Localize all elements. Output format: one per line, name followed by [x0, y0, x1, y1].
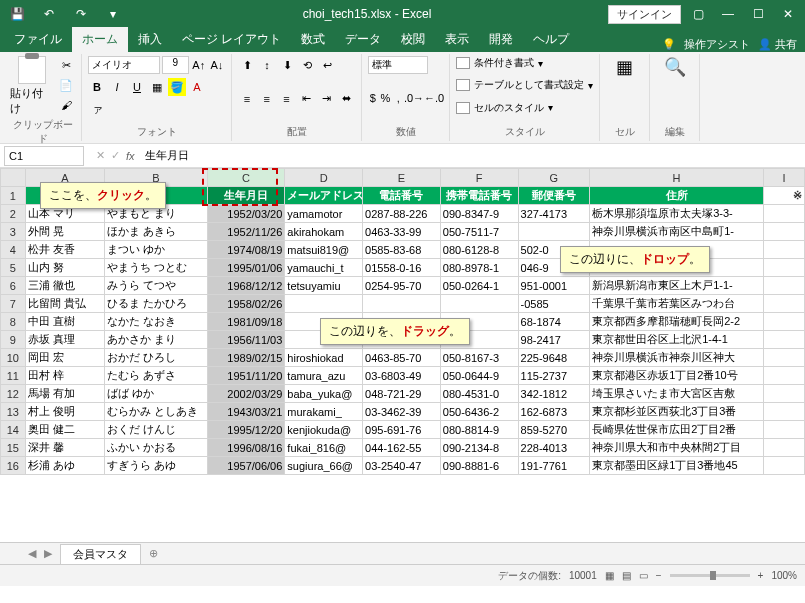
cell[interactable]: kenjiokuda@ — [285, 421, 363, 439]
cell[interactable]: おかだ ひろし — [105, 349, 207, 367]
qat-more-icon[interactable]: ▾ — [100, 4, 126, 24]
cell[interactable]: 1956/11/03 — [207, 331, 285, 349]
cell[interactable] — [285, 295, 363, 313]
cell[interactable] — [764, 241, 805, 259]
cell[interactable]: yamauchi_t — [285, 259, 363, 277]
cell[interactable] — [764, 277, 805, 295]
cell[interactable] — [518, 223, 590, 241]
format-table-button[interactable]: テーブルとして書式設定 ▾ — [456, 78, 593, 92]
cell[interactable]: 080-6128-8 — [440, 241, 518, 259]
cell[interactable]: 225-9648 — [518, 349, 590, 367]
italic-button[interactable]: I — [108, 78, 126, 96]
cell[interactable] — [764, 421, 805, 439]
sheet-nav-next-icon[interactable]: ▶ — [44, 547, 52, 560]
cell[interactable]: みうら てつや — [105, 277, 207, 295]
cell[interactable]: -0585 — [518, 295, 590, 313]
editing-icon[interactable]: 🔍 — [656, 56, 693, 78]
name-box[interactable] — [4, 146, 84, 166]
cell[interactable]: 1943/03/21 — [207, 403, 285, 421]
cell[interactable]: 859-5270 — [518, 421, 590, 439]
paste-button[interactable]: 貼り付け — [10, 56, 53, 116]
share-button[interactable]: 👤 共有 — [758, 37, 797, 52]
row-header[interactable]: 11 — [1, 367, 26, 385]
cell[interactable]: 050-0644-9 — [440, 367, 518, 385]
cell[interactable]: 東京都杉並区西荻北3丁目3番 — [590, 403, 764, 421]
cell[interactable]: 327-4173 — [518, 205, 590, 223]
cell[interactable]: 神奈川県大和市中央林間2丁目 — [590, 439, 764, 457]
cell[interactable]: 115-2737 — [518, 367, 590, 385]
align-top-icon[interactable]: ⬆ — [238, 56, 256, 74]
cell-styles-button[interactable]: セルのスタイル ▾ — [456, 101, 593, 115]
cell[interactable]: 228-4013 — [518, 439, 590, 457]
format-painter-icon[interactable]: 🖌 — [57, 96, 75, 114]
cell[interactable]: 68-1874 — [518, 313, 590, 331]
cell[interactable]: 090-8347-9 — [440, 205, 518, 223]
align-left-icon[interactable]: ≡ — [238, 90, 256, 108]
fx-icon[interactable]: fx — [126, 150, 135, 162]
hdr-cell[interactable]: 電話番号 — [363, 187, 441, 205]
cell[interactable]: murakami_ — [285, 403, 363, 421]
row-header[interactable]: 3 — [1, 223, 26, 241]
select-all-corner[interactable] — [1, 169, 26, 187]
cell[interactable]: 03-3462-39 — [363, 403, 441, 421]
bold-button[interactable]: B — [88, 78, 106, 96]
cell[interactable]: 田村 梓 — [25, 367, 105, 385]
view-layout-icon[interactable]: ▤ — [622, 570, 631, 581]
cells-icon[interactable]: ▦ — [606, 56, 643, 78]
cell[interactable]: akirahokam — [285, 223, 363, 241]
cell[interactable]: 中田 直樹 — [25, 313, 105, 331]
tab-developer[interactable]: 開発 — [479, 27, 523, 52]
cell[interactable]: 深井 馨 — [25, 439, 105, 457]
tab-view[interactable]: 表示 — [435, 27, 479, 52]
cell[interactable]: 2002/03/29 — [207, 385, 285, 403]
font-color-button[interactable]: A — [188, 78, 206, 96]
conditional-format-button[interactable]: 条件付き書式 ▾ — [456, 56, 593, 70]
cell[interactable]: 1974/08/19 — [207, 241, 285, 259]
cell[interactable]: 050-7511-7 — [440, 223, 518, 241]
row-header[interactable]: 10 — [1, 349, 26, 367]
hdr-cell[interactable]: 住所 — [590, 187, 764, 205]
cell[interactable]: 050-6436-2 — [440, 403, 518, 421]
cell[interactable]: 03-6803-49 — [363, 367, 441, 385]
cell[interactable]: 0463-85-70 — [363, 349, 441, 367]
align-bottom-icon[interactable]: ⬇ — [278, 56, 296, 74]
signin-button[interactable]: サインイン — [608, 5, 681, 24]
cell[interactable] — [764, 313, 805, 331]
cell[interactable]: ほかま あきら — [105, 223, 207, 241]
cell[interactable]: 村上 俊明 — [25, 403, 105, 421]
cell[interactable]: 1968/12/12 — [207, 277, 285, 295]
cell[interactable]: 1957/06/06 — [207, 457, 285, 475]
cell[interactable]: すぎうら あゆ — [105, 457, 207, 475]
col-header-g[interactable]: G — [518, 169, 590, 187]
orientation-icon[interactable]: ⟲ — [298, 56, 316, 74]
cell[interactable]: 044-162-55 — [363, 439, 441, 457]
cell[interactable]: 050-8167-3 — [440, 349, 518, 367]
cell[interactable] — [764, 349, 805, 367]
zoom-level[interactable]: 100% — [771, 570, 797, 581]
cell[interactable]: 1995/12/20 — [207, 421, 285, 439]
cell[interactable] — [764, 223, 805, 241]
grow-font-icon[interactable]: A↑ — [191, 56, 207, 74]
cell[interactable]: 1995/01/06 — [207, 259, 285, 277]
indent-inc-icon[interactable]: ⇥ — [317, 90, 335, 108]
hdr-cell[interactable]: ※ — [764, 187, 805, 205]
cell[interactable] — [764, 331, 805, 349]
cell[interactable]: 外間 晃 — [25, 223, 105, 241]
zoom-slider[interactable] — [670, 574, 750, 577]
cell[interactable]: 赤坂 真理 — [25, 331, 105, 349]
cell[interactable]: 1952/03/20 — [207, 205, 285, 223]
cell[interactable]: ばば ゆか — [105, 385, 207, 403]
worksheet-grid[interactable]: A B C D E F G H I 1 生年月日 メールアドレス 電話番号 携帯… — [0, 168, 805, 542]
cell[interactable] — [764, 367, 805, 385]
cancel-formula-icon[interactable]: ✕ — [96, 149, 105, 162]
tab-review[interactable]: 校閲 — [391, 27, 435, 52]
indent-dec-icon[interactable]: ⇤ — [297, 90, 315, 108]
number-format-select[interactable]: 標準 — [368, 56, 428, 74]
cell[interactable]: 951-0001 — [518, 277, 590, 295]
merge-icon[interactable]: ⬌ — [337, 90, 355, 108]
zoom-out-icon[interactable]: − — [656, 570, 662, 581]
cell[interactable]: 新潟県新潟市東区上木戸1-1- — [590, 277, 764, 295]
cell[interactable]: 0585-83-68 — [363, 241, 441, 259]
cell[interactable]: 埼玉県さいたま市大宮区吉敷 — [590, 385, 764, 403]
zoom-in-icon[interactable]: + — [758, 570, 764, 581]
